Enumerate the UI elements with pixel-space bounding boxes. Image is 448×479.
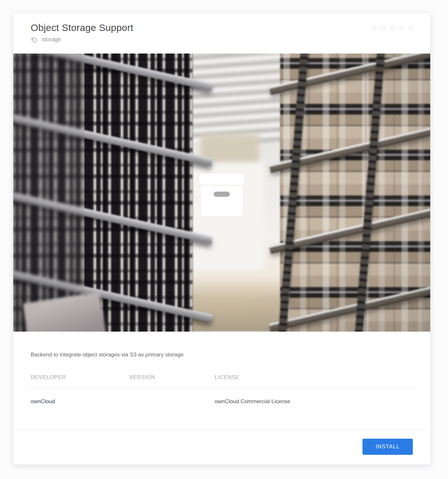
tag-icon	[30, 35, 38, 44]
app-details-table: DEVELOPER VERSION LICENSE ownCloud ownCl…	[31, 374, 413, 405]
page-title: Object Storage Support	[31, 22, 413, 34]
table-row: ownCloud ownCloud Commercial License	[31, 389, 413, 405]
star-icon[interactable]: ☆	[389, 24, 396, 32]
app-cover-image	[13, 54, 430, 332]
archive-box-icon	[199, 174, 244, 185]
tag-row: storage	[31, 36, 413, 43]
star-icon[interactable]: ☆	[407, 24, 414, 32]
star-icon[interactable]: ☆	[370, 24, 377, 32]
app-tag-label[interactable]: storage	[42, 36, 61, 43]
developer-link[interactable]: ownCloud	[31, 398, 55, 404]
app-header: Object Storage Support storage ☆☆☆☆☆	[13, 13, 430, 54]
column-header-license: LICENSE	[215, 374, 413, 381]
license-value: ownCloud Commercial License	[215, 398, 413, 405]
app-footer: INSTALL	[13, 429, 430, 464]
install-button[interactable]: INSTALL	[362, 439, 413, 455]
star-icon[interactable]: ☆	[380, 24, 387, 32]
star-icon[interactable]: ☆	[398, 24, 405, 32]
archive-box-icon	[201, 186, 242, 216]
column-header-developer: DEVELOPER	[31, 374, 129, 381]
app-body: Backend to integrate object storages via…	[13, 351, 430, 405]
rating-stars[interactable]: ☆☆☆☆☆	[370, 24, 414, 32]
archive-box-handle	[214, 192, 230, 197]
app-description: Backend to integrate object storages via…	[31, 351, 413, 359]
column-header-version: VERSION	[129, 374, 215, 381]
table-header-row: DEVELOPER VERSION LICENSE	[26, 374, 417, 389]
app-detail-card: Object Storage Support storage ☆☆☆☆☆	[13, 13, 430, 464]
